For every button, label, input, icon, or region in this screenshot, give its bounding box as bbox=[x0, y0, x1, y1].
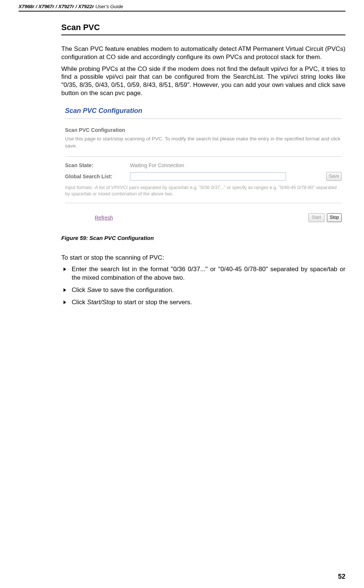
search-list-row: Global Search List: Save bbox=[65, 172, 342, 181]
header-models: X7968r / X7967r / X7927r / X7922r bbox=[19, 4, 94, 9]
content-area: Scan PVC The Scan PVC feature enables mo… bbox=[61, 23, 345, 307]
page-header: X7968r / X7967r / X7927r / X7922r User's… bbox=[19, 4, 345, 12]
scan-state-row: Scan State: Waiting For Connection bbox=[65, 162, 342, 168]
start-button[interactable]: Start bbox=[308, 213, 325, 222]
stop-button[interactable]: Stop bbox=[327, 213, 342, 222]
bullet-pre: Click bbox=[72, 299, 87, 306]
divider bbox=[65, 156, 342, 157]
figure-caption: Figure 59: Scan PVC Configuration bbox=[61, 235, 345, 241]
page: X7968r / X7967r / X7927r / X7922r User's… bbox=[0, 0, 364, 588]
page-number: 52 bbox=[338, 573, 345, 581]
bullet-em: Save bbox=[87, 286, 102, 293]
panel-title: Scan PVC Configuration bbox=[65, 105, 342, 119]
divider-2 bbox=[65, 203, 342, 204]
list-item: Click Start/Stop to start or stop the se… bbox=[72, 298, 345, 307]
save-button[interactable]: Save bbox=[326, 172, 342, 181]
panel-subtitle: Scan PVC Configuration bbox=[65, 127, 342, 133]
instruction-intro: To start or stop the scanning of PVC: bbox=[61, 254, 345, 262]
bullet-post: to save the configuration. bbox=[101, 286, 174, 293]
paragraph-1: The Scan PVC feature enables modem to au… bbox=[61, 45, 345, 61]
header-guide: User's Guide bbox=[94, 4, 123, 9]
bottom-bar: Refresh Start Stop bbox=[65, 209, 342, 222]
bullet-post: to start or stop the servers. bbox=[115, 299, 192, 306]
input-hint: Input formats -A list of VPI/VCI pairs s… bbox=[65, 185, 342, 198]
bullet-text: Enter the search list in the format "0/3… bbox=[72, 266, 345, 281]
section-title: Scan PVC bbox=[61, 23, 345, 35]
paragraph-2: While probing PVCs at the CO side if the… bbox=[61, 65, 345, 97]
list-item: Click Save to save the configuration. bbox=[72, 286, 345, 295]
search-list-input[interactable] bbox=[130, 172, 286, 181]
refresh-link[interactable]: Refresh bbox=[95, 215, 113, 221]
bullet-em: Start/Stop bbox=[87, 299, 116, 306]
scan-state-label: Scan State: bbox=[65, 162, 130, 168]
list-item: Enter the search list in the format "0/3… bbox=[72, 265, 345, 282]
instruction-list: Enter the search list in the format "0/3… bbox=[61, 265, 345, 307]
panel-description: Use this page to start/stop scanning of … bbox=[65, 135, 342, 150]
config-screenshot: Scan PVC Configuration Scan PVC Configur… bbox=[61, 103, 345, 226]
bullet-pre: Click bbox=[72, 286, 87, 293]
scan-state-value: Waiting For Connection bbox=[130, 162, 184, 168]
search-list-label: Global Search List: bbox=[65, 173, 130, 179]
